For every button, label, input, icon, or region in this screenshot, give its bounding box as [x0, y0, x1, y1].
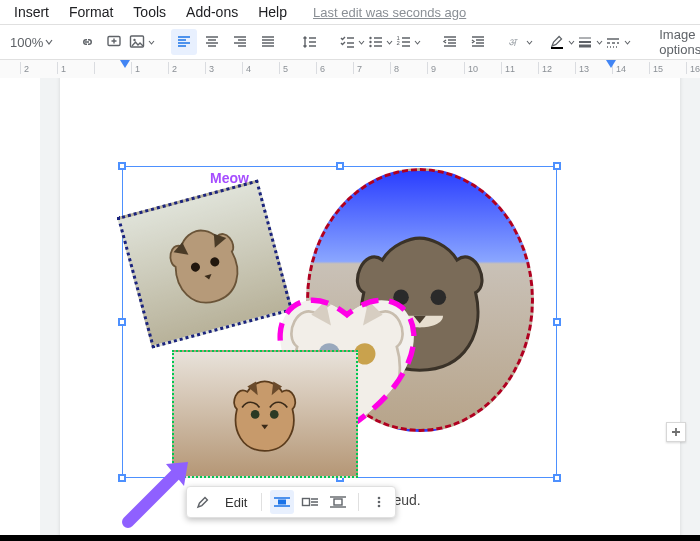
menubar: Insert Format Tools Add-ons Help Last ed…: [0, 0, 700, 25]
more-options-button[interactable]: [367, 490, 391, 514]
align-center-button[interactable]: [199, 29, 225, 55]
wrap-text-button[interactable]: [298, 490, 322, 514]
window-chrome-bottom: [0, 535, 700, 541]
line-weight-icon: [577, 34, 595, 50]
chevron-down-icon: [526, 39, 533, 46]
menu-tools[interactable]: Tools: [125, 2, 174, 22]
ruler-number: 5: [283, 64, 288, 74]
ruler-number: 16: [690, 64, 700, 74]
wrap-text-icon: [301, 495, 319, 509]
drawing-object[interactable]: Meow: [122, 166, 555, 476]
ruler-number: 4: [246, 64, 251, 74]
ruler[interactable]: 21123456789101112131415161718: [0, 60, 700, 79]
image-options-button[interactable]: Image options: [647, 29, 700, 55]
document-page[interactable]: Meow: [60, 78, 680, 535]
chevron-down-icon: [148, 39, 155, 46]
indent-icon: [470, 34, 486, 50]
toolbar: 100% 12: [0, 25, 700, 60]
cat-illustration-icon: [201, 371, 328, 458]
line-spacing-button[interactable]: [297, 29, 323, 55]
align-left-button[interactable]: [171, 29, 197, 55]
clear-formatting-button[interactable]: अ: [507, 29, 533, 55]
border-weight-button[interactable]: [577, 29, 603, 55]
wrap-break-icon: [329, 495, 347, 509]
left-gutter: [0, 78, 40, 535]
comment-plus-icon: [106, 34, 122, 50]
ruler-number: 1: [135, 64, 140, 74]
checklist-icon: [339, 34, 357, 50]
align-left-icon: [176, 34, 192, 50]
outdent-icon: [442, 34, 458, 50]
pen-icon: [549, 34, 567, 50]
wrap-inline-button[interactable]: [270, 490, 294, 514]
menu-addons[interactable]: Add-ons: [178, 2, 246, 22]
menu-help[interactable]: Help: [250, 2, 295, 22]
ruler-number: 15: [653, 64, 663, 74]
chevron-down-icon: [624, 39, 631, 46]
ruler-number: 11: [505, 64, 515, 74]
zoom-dropdown[interactable]: 100%: [6, 29, 57, 55]
svg-rect-9: [551, 47, 563, 49]
svg-point-18: [270, 410, 279, 419]
border-dash-button[interactable]: [605, 29, 631, 55]
ruler-number: 2: [172, 64, 177, 74]
plus-icon: [670, 426, 682, 438]
bulleted-list-icon: [367, 34, 385, 50]
align-justify-icon: [260, 34, 276, 50]
checklist-button[interactable]: [339, 29, 365, 55]
edit-drawing-button[interactable]: [191, 490, 215, 514]
increase-indent-button[interactable]: [465, 29, 491, 55]
numbered-list-button[interactable]: 12: [395, 29, 421, 55]
clear-format-icon: अ: [507, 34, 525, 50]
add-comment-widget[interactable]: [666, 422, 686, 442]
chevron-down-icon: [386, 39, 393, 46]
ruler-number: 14: [616, 64, 626, 74]
svg-point-23: [378, 501, 381, 504]
menu-format[interactable]: Format: [61, 2, 121, 22]
align-justify-button[interactable]: [255, 29, 281, 55]
wrap-break-button[interactable]: [326, 490, 350, 514]
svg-point-3: [370, 37, 372, 39]
svg-text:2: 2: [397, 40, 401, 46]
more-vert-icon: [372, 495, 386, 509]
svg-point-22: [378, 497, 381, 500]
ruler-number: 9: [431, 64, 436, 74]
border-color-button[interactable]: [549, 29, 575, 55]
separator: [261, 493, 262, 511]
align-center-icon: [204, 34, 220, 50]
svg-rect-19: [278, 500, 286, 505]
svg-point-5: [370, 45, 372, 47]
insert-link-button[interactable]: [73, 29, 99, 55]
last-edit-status[interactable]: Last edit was seconds ago: [299, 5, 466, 20]
chevron-down-icon: [596, 39, 603, 46]
link-icon: [78, 34, 94, 50]
ruler-number: 10: [468, 64, 478, 74]
insert-image-button[interactable]: [129, 29, 155, 55]
ruler-number: 3: [209, 64, 214, 74]
decrease-indent-button[interactable]: [437, 29, 463, 55]
chevron-down-icon: [45, 38, 53, 46]
ruler-number: 7: [357, 64, 362, 74]
svg-point-4: [370, 41, 372, 43]
image-context-toolbar: Edit: [186, 486, 396, 518]
svg-point-24: [378, 505, 381, 508]
document-workspace[interactable]: Meow: [0, 78, 700, 535]
separator: [358, 493, 359, 511]
edit-label: Edit: [219, 495, 253, 510]
add-comment-button[interactable]: [101, 29, 127, 55]
chevron-down-icon: [358, 39, 365, 46]
align-right-button[interactable]: [227, 29, 253, 55]
cat-illustration-icon: [146, 207, 264, 320]
ruler-number: 13: [579, 64, 589, 74]
zoom-value: 100%: [10, 35, 43, 50]
menu-insert[interactable]: Insert: [6, 2, 57, 22]
ruler-right-margin-marker[interactable]: [606, 60, 616, 68]
numbered-list-icon: 12: [395, 34, 413, 50]
cat-image-rect: [172, 350, 358, 478]
bulleted-list-button[interactable]: [367, 29, 393, 55]
ruler-number: 1: [61, 64, 66, 74]
svg-point-17: [251, 410, 260, 419]
line-spacing-icon: [301, 34, 319, 50]
ruler-left-margin-marker[interactable]: [120, 60, 130, 68]
ruler-number: 6: [320, 64, 325, 74]
